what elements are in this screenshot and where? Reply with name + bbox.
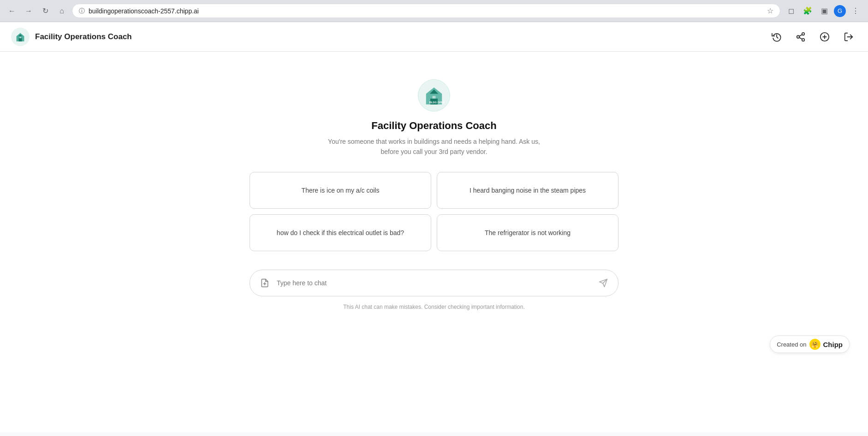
svg-rect-1 — [19, 38, 22, 41]
suggestion-card-1[interactable]: There is ice on my a/c coils — [250, 172, 431, 209]
refresh-button[interactable]: ↻ — [39, 5, 52, 18]
address-bar[interactable]: ⓘ buildingoperationscoach-2557.chipp.ai … — [72, 4, 780, 18]
browser-toolbar: ◻ 🧩 ▣ G ⋮ — [784, 4, 862, 18]
svg-line-6 — [799, 37, 802, 39]
url-text: buildingoperationscoach-2557.chipp.ai — [89, 7, 763, 15]
suggestion-cards-grid: There is ice on my a/c coils I heard ban… — [250, 172, 618, 251]
app-logo — [11, 28, 30, 46]
app-logo-area: Facility Operations Coach — [11, 28, 132, 46]
attach-button[interactable] — [257, 276, 272, 290]
sidebar-button[interactable]: ▣ — [817, 4, 831, 18]
main-title: Facility Operations Coach — [371, 120, 496, 132]
history-button[interactable] — [768, 29, 785, 45]
new-chat-button[interactable] — [816, 29, 833, 45]
app-title: Facility Operations Coach — [35, 32, 132, 41]
chat-input[interactable] — [277, 279, 591, 287]
browser-chrome: ← → ↻ ⌂ ⓘ buildingoperationscoach-2557.c… — [0, 0, 868, 22]
forward-button[interactable]: → — [22, 5, 35, 18]
address-security-icon: ⓘ — [79, 7, 85, 15]
svg-rect-2 — [20, 37, 21, 38]
bookmark-icon[interactable]: ☆ — [767, 6, 773, 15]
watermark-prefix: Created on — [777, 341, 806, 348]
suggestion-card-4[interactable]: The refrigerator is not working — [437, 214, 618, 251]
puzzle-button[interactable]: 🧩 — [801, 4, 814, 18]
chat-input-area — [250, 270, 618, 296]
chipp-brand-name: Chipp — [823, 341, 843, 348]
back-button[interactable]: ← — [6, 5, 18, 18]
suggestion-card-2[interactable]: I heard banging noise in the steam pipes — [437, 172, 618, 209]
app-header: Facility Operations Coach — [0, 22, 868, 52]
home-button[interactable]: ⌂ — [55, 5, 68, 18]
chipp-logo-icon: 🤗 — [809, 339, 820, 350]
extensions-button[interactable]: ◻ — [784, 4, 798, 18]
main-content: BLDG OPERATOR C Facility Operations Coac… — [0, 52, 868, 432]
menu-button[interactable]: ⋮ — [849, 4, 862, 18]
svg-rect-14 — [433, 96, 436, 99]
send-button[interactable] — [596, 276, 611, 290]
chipp-watermark[interactable]: Created on 🤗 Chipp — [770, 336, 850, 353]
logout-button[interactable] — [840, 29, 857, 45]
app-header-actions — [768, 29, 857, 45]
suggestion-card-3[interactable]: how do I check if this electrical outlet… — [250, 214, 431, 251]
main-subtitle: You're someone that works in buildings a… — [328, 136, 540, 157]
share-button[interactable] — [792, 29, 809, 45]
svg-text:BLDG OPERATOR C: BLDG OPERATOR C — [429, 101, 445, 104]
center-logo: BLDG OPERATOR C — [418, 79, 450, 112]
profile-icon[interactable]: G — [834, 5, 846, 17]
disclaimer: This AI chat can make mistakes. Consider… — [343, 304, 525, 310]
svg-line-7 — [799, 34, 802, 36]
